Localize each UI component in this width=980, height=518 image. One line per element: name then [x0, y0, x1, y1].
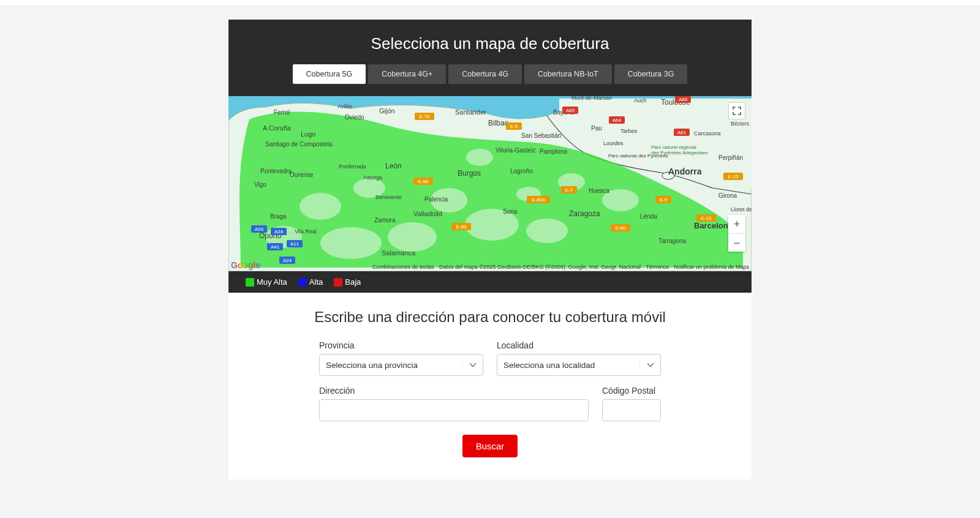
provincia-label: Provincia [319, 340, 483, 350]
map-city-label: Ourense [290, 171, 314, 178]
localidad-select[interactable]: Selecciona una localidad [497, 354, 661, 376]
legend-item: Baja [334, 277, 361, 287]
map-city-label: Barcelona [694, 221, 733, 230]
legend-swatch [298, 278, 307, 287]
svg-text:A68: A68 [679, 97, 688, 102]
map-city-label: Girona [718, 192, 737, 199]
coverage-map[interactable]: A CoruñaSantiago de CompostelaFerrolLugo… [228, 96, 752, 271]
map-road-badge: E-9 [655, 196, 671, 203]
cp-label: Código Postal [602, 386, 661, 396]
map-city-label: Avilés [337, 103, 352, 110]
tab-cobertura-5g[interactable]: Cobertura 5G [293, 64, 366, 84]
map-road-badge: A41 [267, 243, 283, 250]
direccion-input[interactable] [319, 399, 589, 421]
chevron-down-icon [639, 363, 660, 367]
map-city-label: Valladolid [413, 210, 442, 217]
map-road-badge: A11 [287, 240, 303, 247]
legend-swatch [334, 278, 342, 287]
map-city-label: A Coruña [263, 124, 292, 132]
attrib-data: Datos del mapa ©2025 GeoBasis-DE/BKG (©2… [439, 264, 641, 270]
map-road-badge: E-15 [723, 173, 743, 180]
svg-text:E-15: E-15 [701, 216, 712, 221]
tab-cobertura-4g[interactable]: Cobertura 4G [448, 64, 522, 84]
legend-label: Muy Alta [257, 277, 287, 287]
map-city-label: Ponferrada [339, 163, 366, 170]
svg-point-10 [466, 149, 493, 166]
svg-text:E-15: E-15 [728, 174, 739, 179]
zoom-out-button[interactable]: − [728, 233, 745, 252]
map-city-label: Carcasona [694, 130, 721, 137]
coverage-legend: Muy AltaAltaBaja [228, 271, 752, 293]
map-road-badge: A61 [674, 129, 690, 136]
map-road-badge: E-70 [415, 113, 434, 120]
map-city-label: Santiago de Compostela [265, 141, 333, 148]
coverage-tabs: Cobertura 5GCobertura 4G+Cobertura 4GCob… [228, 64, 752, 84]
map-city-label: Oviedo [345, 114, 364, 121]
map-city-label: Pontevedra [260, 168, 292, 175]
provincia-value: Selecciona una provincia [320, 361, 462, 370]
widget-title: Selecciona un mapa de cobertura [228, 34, 752, 53]
svg-text:A28: A28 [255, 227, 264, 232]
map-city-label: Béziers [731, 121, 750, 127]
map-city-label: León [385, 162, 402, 170]
search-button[interactable]: Buscar [462, 435, 518, 457]
map-city-label: Santander [455, 108, 486, 116]
svg-text:E-90: E-90 [456, 224, 467, 230]
map-city-label: Logroño [510, 168, 533, 175]
attrib-shortcuts[interactable]: Combinaciones de teclas [372, 264, 434, 270]
map-attribution: Google Combinaciones de teclas Datos del… [231, 260, 749, 270]
map-road-badge: E-90 [451, 223, 471, 230]
svg-text:E-90: E-90 [616, 225, 626, 231]
map-city-label: Zamora [374, 217, 396, 223]
provincia-select[interactable]: Selecciona una provincia [319, 354, 483, 376]
map-city-label: San Sebastián [521, 132, 561, 139]
attrib-terms[interactable]: Términos [646, 264, 669, 270]
svg-point-11 [320, 227, 382, 259]
attrib-report[interactable]: Notificar un problema de Maps [674, 264, 749, 270]
svg-point-7 [526, 219, 568, 243]
form-title: Escribe una dirección para conocer tu co… [265, 309, 715, 326]
map-city-label: Andorra [668, 167, 702, 176]
tab-cobertura-nb-iot[interactable]: Cobertura NB-IoT [524, 64, 612, 84]
cp-input[interactable] [602, 399, 661, 421]
map-city-label: Ferrol [274, 109, 290, 116]
map-road-badge: A65 [562, 107, 578, 114]
svg-text:A65: A65 [566, 108, 575, 113]
map-city-label: Benavente [375, 194, 402, 200]
map-city-label: Lloret de Mar [731, 206, 752, 212]
map-city-label: Huesca [589, 187, 609, 194]
zoom-controls: + − [728, 215, 745, 252]
tab-cobertura-4g+[interactable]: Cobertura 4G+ [368, 64, 446, 84]
map-city-label: Gijón [379, 107, 395, 114]
map-city-label: Pau [591, 125, 602, 132]
legend-item: Alta [298, 277, 323, 287]
map-city-label: Pamplona [540, 148, 567, 155]
zoom-in-button[interactable]: + [728, 215, 745, 233]
map-city-label: Burgos [458, 169, 481, 178]
legend-label: Baja [345, 277, 361, 287]
svg-text:E-80: E-80 [418, 179, 429, 184]
map-city-label: Lugo [301, 130, 315, 138]
map-road-badge: A68 [675, 96, 691, 103]
address-form: Escribe una dirección para conocer tu co… [228, 293, 752, 479]
map-road-badge: E-90 [611, 224, 630, 231]
map-city-label: Vitoria-Gasteiz [496, 147, 535, 154]
legend-label: Alta [309, 277, 323, 287]
map-city-label: Vigo [254, 181, 266, 188]
svg-text:E-9: E-9 [660, 197, 668, 203]
fullscreen-button[interactable] [728, 102, 745, 119]
svg-text:A61: A61 [677, 130, 687, 135]
map-city-label: Mont-de-Marsan [571, 96, 612, 101]
svg-text:A64: A64 [612, 118, 622, 123]
svg-text:E-5: E-5 [510, 124, 518, 129]
map-road-badge: A24 [271, 228, 287, 235]
svg-text:E-804: E-804 [532, 197, 545, 203]
map-city-label: Tarragona [658, 238, 686, 244]
tab-cobertura-3g[interactable]: Cobertura 3G [614, 64, 688, 84]
map-city-label: Perpiñán [718, 154, 743, 161]
map-road-badge: E-5 [506, 122, 522, 130]
svg-text:A11: A11 [290, 241, 300, 247]
map-road-badge: A28 [251, 225, 267, 233]
map-canvas[interactable]: A CoruñaSantiago de CompostelaFerrolLugo… [228, 96, 752, 271]
map-city-label: Auch [634, 97, 647, 103]
